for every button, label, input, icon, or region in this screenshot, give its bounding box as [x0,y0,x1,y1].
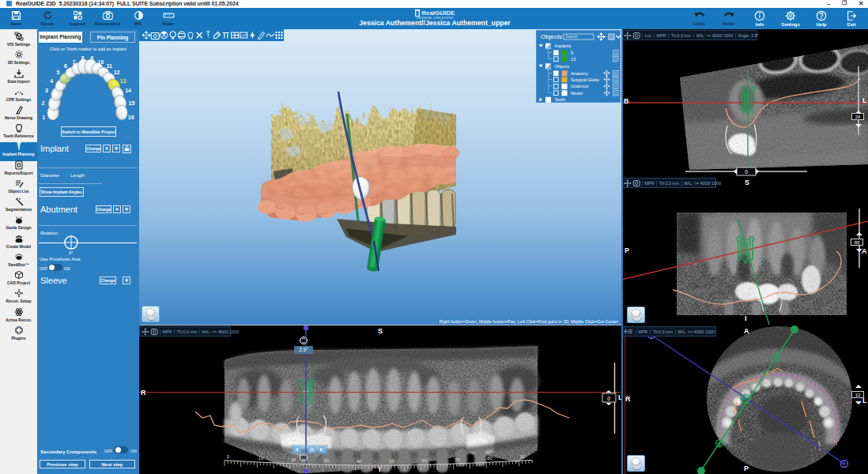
svg-text:1: 1 [42,115,45,120]
svg-text:Search: Search [566,35,579,39]
svg-text:90: 90 [520,454,526,459]
svg-text:8: 8 [81,55,85,61]
svg-text:3: 3 [45,88,48,93]
svg-text:10: 10 [98,59,104,65]
svg-text:6: 6 [64,63,67,69]
svg-text:13: 13 [120,78,126,84]
svg-text:16: 16 [128,115,134,120]
svg-text:60: 60 [422,458,428,463]
svg-text:14: 14 [125,88,131,93]
svg-text:7: 7 [73,59,76,65]
svg-text:2.9°: 2.9° [299,347,308,352]
svg-text:9: 9 [90,55,93,61]
svg-text:20: 20 [291,457,296,462]
svg-text:5: 5 [56,70,59,75]
svg-text:Anatomy: Anatomy [571,71,588,76]
svg-text:Surgical Guide: Surgical Guide [571,77,599,82]
svg-text:12: 12 [114,70,120,75]
svg-text:30: 30 [323,458,329,463]
svg-text:Implants: Implants [555,43,572,48]
svg-text:5: 5 [571,51,573,55]
svg-text:2: 2 [42,100,45,106]
svg-text:0: 0 [745,169,748,175]
svg-text:Undercut: Undercut [571,84,589,88]
svg-text:11: 11 [106,63,112,69]
svg-text:50: 50 [389,459,394,464]
svg-text:4: 4 [50,78,53,84]
svg-text:70: 70 [455,457,460,462]
svg-text:0: 0 [607,396,610,401]
svg-text:Objects: Objects [541,33,562,40]
svg-text:80: 80 [487,456,492,461]
svg-text:13: 13 [571,57,576,62]
svg-text:Model: Model [571,91,583,96]
svg-text:15: 15 [129,100,135,106]
svg-text:Teeth: Teeth [555,97,565,102]
svg-text:40: 40 [357,459,362,464]
svg-text:Objects: Objects [555,64,570,69]
svg-text:10: 10 [259,456,264,461]
